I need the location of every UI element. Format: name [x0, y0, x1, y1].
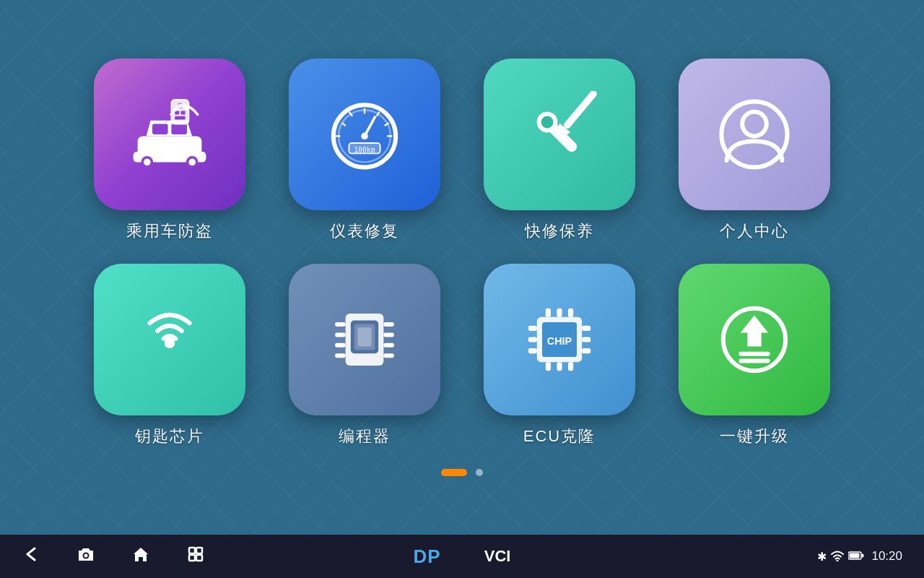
svg-text:CHIP: CHIP [547, 335, 572, 347]
svg-rect-58 [582, 326, 590, 331]
svg-rect-39 [335, 343, 345, 348]
app-label-instrument-repair: 仪表修复 [330, 220, 399, 242]
vci-brand: VCI [484, 547, 511, 566]
home-icon[interactable] [131, 545, 150, 568]
app-icon-one-key-upgrade [679, 264, 830, 415]
svg-rect-44 [383, 353, 393, 358]
app-label-one-key-upgrade: 一键升级 [720, 426, 789, 447]
svg-marker-63 [741, 315, 768, 346]
app-label-car-antitheft: 乘用车防盗 [126, 220, 213, 242]
app-label-quick-repair: 快修保养 [525, 220, 594, 242]
svg-rect-38 [335, 332, 345, 337]
app-item-instrument-repair[interactable]: 100km 仪表修复 [289, 59, 440, 242]
bluetooth-icon: ✱ [817, 550, 827, 564]
svg-rect-41 [383, 322, 393, 327]
app-icon-car-antitheft [94, 59, 245, 210]
nav-right: ✱ 10:20 [817, 549, 902, 564]
svg-rect-52 [546, 362, 551, 371]
navbar: DP VCI ✱ [0, 535, 924, 578]
svg-rect-7 [152, 124, 168, 134]
app-item-programmer[interactable]: 编程器 [289, 264, 440, 447]
status-time: 10:20 [871, 549, 902, 564]
app-icon-personal-center [679, 59, 830, 210]
svg-rect-70 [189, 555, 195, 561]
pagination-dot-inactive[interactable] [476, 469, 483, 476]
battery-icon [848, 551, 864, 563]
app-icon-programmer [289, 264, 440, 415]
app-label-key-chip: 钥匙芯片 [135, 426, 204, 447]
app-icon-ecu-clone: CHIP [484, 264, 635, 415]
svg-rect-54 [568, 362, 573, 371]
app-item-key-chip[interactable]: 钥匙芯片 [94, 264, 245, 447]
svg-rect-69 [196, 548, 202, 553]
app-icon-instrument-repair: 100km [289, 59, 440, 210]
svg-rect-64 [738, 352, 770, 356]
svg-rect-8 [171, 124, 187, 134]
svg-rect-43 [383, 343, 393, 348]
svg-point-33 [742, 112, 767, 137]
status-icons: ✱ [817, 550, 864, 564]
app-item-one-key-upgrade[interactable]: 一键升级 [679, 264, 830, 447]
app-grid: 乘用车防盗 [94, 59, 830, 447]
svg-point-67 [84, 554, 88, 558]
svg-rect-71 [196, 555, 202, 561]
app-icon-key-chip [94, 264, 245, 415]
svg-rect-65 [738, 358, 770, 363]
svg-rect-37 [335, 322, 345, 327]
svg-line-21 [342, 123, 346, 126]
svg-rect-11 [175, 111, 179, 115]
app-item-ecu-clone[interactable]: CHIP ECU克隆 [484, 264, 635, 447]
svg-rect-12 [181, 111, 186, 115]
svg-rect-57 [528, 348, 537, 353]
svg-rect-49 [546, 309, 551, 317]
recent-apps-icon[interactable] [186, 545, 205, 568]
svg-rect-51 [568, 309, 573, 317]
svg-rect-56 [528, 337, 537, 342]
svg-rect-53 [557, 362, 562, 371]
svg-point-4 [144, 159, 151, 166]
svg-rect-42 [383, 332, 393, 337]
svg-rect-50 [557, 309, 562, 317]
camera-icon[interactable] [77, 545, 95, 568]
main-content: 乘用车防盗 [0, 0, 924, 535]
svg-rect-74 [850, 553, 860, 558]
svg-rect-46 [357, 327, 371, 346]
nav-center: DP VCI [414, 545, 511, 568]
app-label-programmer: 编程器 [339, 426, 391, 447]
app-item-car-antitheft[interactable]: 乘用车防盗 [94, 59, 245, 242]
svg-point-6 [188, 159, 196, 166]
svg-rect-60 [582, 348, 590, 353]
app-label-ecu-clone: ECU克隆 [523, 426, 596, 447]
nav-left [22, 545, 205, 568]
svg-rect-40 [335, 353, 345, 358]
svg-rect-13 [175, 116, 185, 120]
svg-rect-68 [189, 548, 195, 553]
back-icon[interactable] [22, 545, 40, 568]
svg-rect-75 [862, 553, 864, 557]
dp-brand: DP [414, 545, 441, 568]
svg-rect-59 [582, 337, 590, 342]
wifi-icon [831, 550, 844, 564]
app-label-personal-center: 个人中心 [720, 220, 789, 242]
app-item-quick-repair[interactable]: 快修保养 [484, 59, 635, 242]
svg-point-24 [361, 133, 368, 140]
app-icon-quick-repair [484, 59, 635, 210]
pagination [441, 469, 483, 476]
svg-rect-55 [528, 326, 537, 331]
svg-point-72 [837, 559, 839, 561]
svg-rect-30 [562, 91, 598, 130]
pagination-dot-active[interactable] [441, 469, 467, 476]
svg-text:100km: 100km [354, 146, 375, 154]
app-item-personal-center[interactable]: 个人中心 [679, 59, 830, 242]
